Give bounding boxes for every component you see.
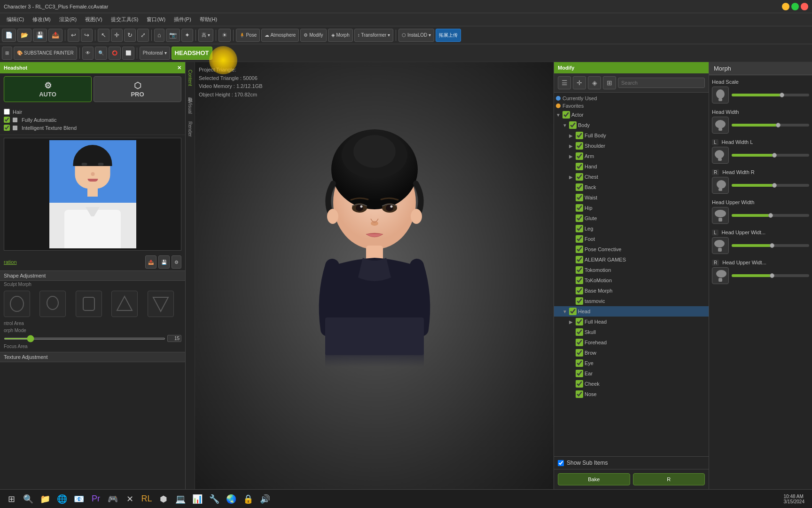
tree-full-head[interactable]: ▶ Full Head xyxy=(554,317,709,327)
files-taskbar-btn[interactable]: 📁 xyxy=(38,492,53,507)
menu-view[interactable]: 视图(V) xyxy=(81,15,106,24)
toolbar-light[interactable]: ✦ xyxy=(181,29,193,42)
transformer-btn[interactable]: ↕ Transformer ▾ xyxy=(354,29,393,42)
alemar-check[interactable] xyxy=(576,256,583,263)
modify-grid-btn[interactable]: ⊞ xyxy=(603,76,616,89)
tb2-icon2[interactable]: 🔍 xyxy=(95,47,107,60)
fully-auto-checkbox[interactable] xyxy=(4,117,10,123)
brow-check[interactable] xyxy=(576,349,583,357)
premiere-btn[interactable]: Pr xyxy=(88,492,103,507)
eye-check[interactable] xyxy=(576,359,583,367)
morph-strength-value[interactable] xyxy=(167,335,181,342)
tree-back[interactable]: Back xyxy=(554,182,709,192)
tab-render[interactable]: Render xyxy=(186,118,195,141)
tree-glute[interactable]: Glute xyxy=(554,213,709,223)
tree-brow[interactable]: Brow xyxy=(554,348,709,358)
head-check[interactable] xyxy=(569,308,577,315)
morph-thumb-5[interactable] xyxy=(148,291,174,317)
sound-btn[interactable]: 🔊 xyxy=(258,492,273,507)
stats-btn[interactable]: 📊 xyxy=(190,492,205,507)
morph-thumb-1[interactable] xyxy=(4,291,30,317)
start-btn[interactable]: ⊞ xyxy=(4,492,19,507)
body-check[interactable] xyxy=(569,121,577,129)
foot-check[interactable] xyxy=(576,235,583,243)
tree-actor[interactable]: ▼ Actor xyxy=(554,110,709,120)
tree-base-morph[interactable]: Base Morph xyxy=(554,286,709,296)
tree-leg[interactable]: Leg xyxy=(554,223,709,234)
tree-skull[interactable]: Skull xyxy=(554,327,709,337)
search-taskbar-btn[interactable]: 🔍 xyxy=(21,492,36,507)
reallusion-btn[interactable]: RL xyxy=(139,492,154,507)
mail-btn[interactable]: 📧 xyxy=(71,492,86,507)
toolbar-camera[interactable]: 📷 xyxy=(166,29,180,42)
tree-body[interactable]: ▼ Body xyxy=(554,120,709,130)
head-width-track[interactable] xyxy=(732,124,809,127)
maximize-btn[interactable] xyxy=(791,3,799,10)
show-sub-items-check[interactable] xyxy=(558,460,564,466)
menu-plugin[interactable]: 插件(P) xyxy=(170,15,195,24)
head-upper-width-r-track[interactable] xyxy=(732,274,809,277)
head-scale-track[interactable] xyxy=(732,94,809,96)
tree-chest[interactable]: ▶ Chest xyxy=(554,172,709,182)
computer-btn[interactable]: 💻 xyxy=(173,492,188,507)
modify-node-btn[interactable]: ◈ xyxy=(588,76,601,89)
hair-checkbox[interactable] xyxy=(4,109,10,115)
modify-target-btn[interactable]: ✛ xyxy=(573,76,586,89)
close-btn[interactable] xyxy=(801,3,808,10)
auto-mode-btn[interactable]: ⚙ AUTO xyxy=(4,76,92,102)
skull-check[interactable] xyxy=(576,328,583,336)
head-upper-width-l-track[interactable] xyxy=(732,244,809,247)
tree-tokomotion[interactable]: Tokomotion xyxy=(554,265,709,275)
texture-blend-checkbox[interactable] xyxy=(4,125,10,131)
instalod-btn[interactable]: ⬡ InstaLOD ▾ xyxy=(398,29,434,42)
tree-head[interactable]: ▼ Head xyxy=(554,306,709,317)
hand-check[interactable] xyxy=(576,163,583,170)
tree-pose-corrective[interactable]: Pose Corrective xyxy=(554,244,709,254)
tree-nose[interactable]: Nose xyxy=(554,389,709,399)
glute-check[interactable] xyxy=(576,214,583,222)
bake-btn[interactable]: Bake xyxy=(558,473,630,485)
morph-btn[interactable]: ◈ Morph xyxy=(328,29,353,42)
back-check[interactable] xyxy=(576,183,583,191)
tree-waist[interactable]: Waist xyxy=(554,192,709,203)
tasmovic-check[interactable] xyxy=(576,297,583,305)
photoreal-btn[interactable]: Photoreal ▾ xyxy=(140,47,170,60)
chest-check[interactable] xyxy=(576,173,583,181)
search-input[interactable] xyxy=(618,78,705,88)
cc-btn[interactable]: 拓展上传 xyxy=(436,29,461,42)
shoulder-check[interactable] xyxy=(576,142,583,150)
head-width-l-handle[interactable] xyxy=(772,153,777,158)
game-btn[interactable]: 🎮 xyxy=(105,492,120,507)
menu-edit[interactable]: 编辑(C) xyxy=(3,15,28,24)
toolbar-select[interactable]: ↖ xyxy=(98,29,109,42)
bake-r-btn[interactable]: R xyxy=(633,473,705,485)
head-width-l-track[interactable] xyxy=(732,154,809,157)
pose-corrective-check[interactable] xyxy=(576,246,583,253)
minimize-btn[interactable] xyxy=(782,3,789,10)
settings-icon-btn[interactable]: ⚙ xyxy=(172,255,181,269)
leg-check[interactable] xyxy=(576,225,583,232)
grid-btn[interactable]: ⊞ xyxy=(2,47,12,60)
actor-check[interactable] xyxy=(562,111,570,119)
head-upper-width-track[interactable] xyxy=(732,214,809,217)
hip-check[interactable] xyxy=(576,204,583,212)
tab-content[interactable]: Content xyxy=(186,66,195,90)
close-panel-btn[interactable]: ✕ xyxy=(177,65,181,71)
full-head-check[interactable] xyxy=(576,318,583,325)
substance-btn[interactable]: 🎨 SUBSTANCE PAINTER xyxy=(14,47,77,60)
toolbar-undo[interactable]: ↩ xyxy=(68,29,79,42)
world-btn[interactable]: 🌏 xyxy=(224,492,239,507)
full-body-check[interactable] xyxy=(576,132,583,139)
toolbar-sun[interactable]: ☀ xyxy=(219,29,231,42)
pro-mode-btn[interactable]: ⬡ PRO xyxy=(94,76,181,102)
toolbar-home[interactable]: ⌂ xyxy=(154,29,164,42)
tree-forehead[interactable]: Forehead xyxy=(554,337,709,348)
tree-ear[interactable]: Ear xyxy=(554,368,709,379)
toolbar-resolution[interactable]: 高 ▾ xyxy=(198,29,213,42)
tree-tokomotion2[interactable]: ToKoMotion xyxy=(554,275,709,286)
modify-sliders-btn[interactable]: ☰ xyxy=(558,76,571,89)
tokomotion2-check[interactable] xyxy=(576,277,583,284)
waist-check[interactable] xyxy=(576,194,583,201)
tb2-icon1[interactable]: 👁 xyxy=(82,47,94,60)
tab-pick[interactable]: 拾取 xyxy=(185,90,195,97)
